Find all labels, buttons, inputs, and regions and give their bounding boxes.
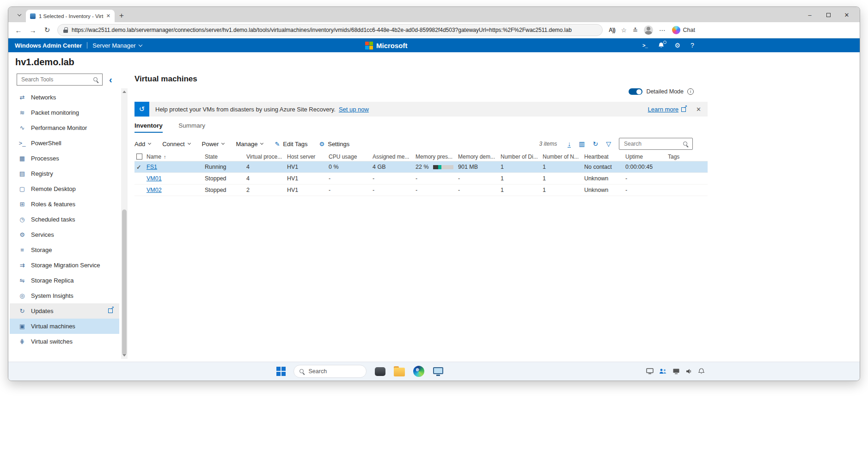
header-assigned-memory[interactable]: Assigned me... bbox=[373, 154, 416, 160]
address-bar[interactable] bbox=[57, 24, 603, 36]
learn-more-link[interactable]: Learn more bbox=[648, 106, 679, 113]
tools-search[interactable] bbox=[17, 74, 103, 86]
server-app-icon[interactable] bbox=[433, 366, 444, 377]
vm-name-link[interactable]: VM01 bbox=[147, 175, 162, 182]
table-row-vm01[interactable]: VM01 Stopped 4 HV1 - - - - 1 1 Unknown - bbox=[134, 173, 708, 185]
detailed-mode-toggle[interactable] bbox=[629, 88, 642, 95]
wac-app-title[interactable]: Windows Admin Center bbox=[15, 42, 82, 49]
tab-close-icon[interactable]: ✕ bbox=[106, 13, 110, 19]
header-state[interactable]: State bbox=[205, 154, 246, 160]
edge-icon[interactable] bbox=[413, 366, 425, 377]
cast-icon[interactable] bbox=[646, 368, 654, 375]
taskbar-search[interactable]: Search bbox=[293, 365, 367, 378]
tab-search-button[interactable] bbox=[14, 9, 25, 20]
sidebar-item-storage-replica[interactable]: ⇋Storage Replica bbox=[10, 273, 119, 288]
sidebar-scrollbar[interactable] bbox=[121, 88, 128, 359]
cell-memory-demand: - bbox=[458, 175, 501, 182]
setup-now-link[interactable]: Set up now bbox=[339, 106, 369, 113]
sidebar-item-processes[interactable]: ▦Processes bbox=[10, 151, 119, 166]
favorites-hub-icon[interactable]: ≛ bbox=[633, 26, 638, 34]
new-tab-button[interactable]: + bbox=[119, 12, 124, 19]
chat-button[interactable]: Chat bbox=[672, 26, 695, 34]
table-search[interactable] bbox=[619, 138, 693, 150]
sidebar-item-powershell[interactable]: >_PowerShell bbox=[10, 135, 119, 151]
manage-button[interactable]: Manage bbox=[236, 141, 263, 148]
tab-summary[interactable]: Summary bbox=[178, 122, 205, 132]
sidebar-item-storage-migration-service[interactable]: ⇉Storage Migration Service bbox=[10, 258, 119, 273]
columns-icon[interactable]: ▥ bbox=[579, 140, 585, 148]
info-icon[interactable]: i bbox=[687, 88, 694, 95]
maximize-button[interactable] bbox=[819, 9, 837, 21]
header-memory-demand[interactable]: Memory dem... bbox=[458, 154, 501, 160]
power-button[interactable]: Power bbox=[202, 141, 225, 148]
refresh-icon[interactable]: ↻ bbox=[593, 140, 598, 148]
vm-name-link[interactable]: VM02 bbox=[147, 187, 162, 193]
header-number-of-disks[interactable]: Number of Di... bbox=[501, 154, 543, 160]
select-all-checkbox[interactable] bbox=[136, 154, 142, 160]
header-memory-pressure[interactable]: Memory pres... bbox=[416, 154, 458, 160]
more-menu-icon[interactable]: ⋯ bbox=[659, 26, 666, 34]
forward-button[interactable]: → bbox=[27, 26, 39, 34]
sidebar-item-networks[interactable]: ⇄Networks bbox=[10, 90, 119, 105]
sidebar-item-updates[interactable]: ↻Updates↗ bbox=[10, 303, 119, 319]
sidebar-item-storage[interactable]: ≡Storage bbox=[10, 242, 119, 258]
sidebar-item-performance-monitor[interactable]: ∿Performance Monitor bbox=[10, 120, 119, 135]
connect-button[interactable]: Connect bbox=[162, 141, 190, 148]
bell-icon[interactable] bbox=[698, 368, 705, 375]
browser-tab[interactable]: 1 Selected - Inventory - Virtual m ✕ bbox=[26, 10, 115, 22]
vm-name-link[interactable]: FS1 bbox=[147, 164, 157, 170]
help-icon[interactable]: ? bbox=[691, 42, 694, 49]
powershell-console-icon[interactable]: >_ bbox=[642, 43, 648, 48]
sidebar-collapse-icon[interactable]: ‹ bbox=[109, 75, 112, 84]
tools-search-input[interactable] bbox=[20, 76, 93, 83]
favorite-star-icon[interactable]: ☆ bbox=[621, 26, 627, 34]
display-icon[interactable] bbox=[672, 368, 680, 375]
read-aloud-icon[interactable]: A)) bbox=[609, 27, 615, 33]
sidebar-item-system-insights[interactable]: ◎System Insights bbox=[10, 288, 119, 303]
sidebar-item-services[interactable]: ⚙Services bbox=[10, 227, 119, 242]
profile-avatar[interactable] bbox=[644, 25, 653, 35]
sidebar-item-registry[interactable]: ▤Registry bbox=[10, 166, 119, 181]
edit-tags-button[interactable]: ✎Edit Tags bbox=[275, 141, 307, 148]
settings-button[interactable]: ⚙Settings bbox=[319, 141, 350, 148]
sidebar-item-packet-monitoring[interactable]: ≋Packet monitoring bbox=[10, 105, 119, 120]
add-button[interactable]: Add bbox=[134, 141, 151, 148]
close-button[interactable]: ✕ bbox=[837, 9, 856, 21]
scroll-up-arrow[interactable] bbox=[122, 91, 126, 93]
url-input[interactable] bbox=[72, 27, 597, 33]
people-icon[interactable] bbox=[659, 368, 667, 375]
header-cpu-usage[interactable]: CPU usage bbox=[329, 154, 373, 160]
filter-icon[interactable]: ▽ bbox=[606, 140, 611, 148]
file-explorer-icon[interactable] bbox=[394, 366, 405, 377]
row-selected-check-icon[interactable]: ✓ bbox=[136, 164, 141, 171]
table-search-input[interactable] bbox=[623, 140, 683, 148]
scrollbar-thumb[interactable] bbox=[122, 209, 127, 355]
table-row-fs1[interactable]: ✓ FS1 Running 4 HV1 0 % 4 GB 22 % 901 MB… bbox=[134, 161, 708, 173]
server-manager-menu[interactable]: Server Manager bbox=[92, 42, 141, 49]
reload-button[interactable]: ↻ bbox=[41, 26, 53, 34]
banner-close-icon[interactable]: ✕ bbox=[696, 106, 701, 113]
header-virtual-processors[interactable]: Virtual proce... bbox=[246, 154, 287, 160]
sidebar-item-scheduled-tasks[interactable]: ◷Scheduled tasks bbox=[10, 212, 119, 227]
table-row-vm02[interactable]: VM02 Stopped 2 HV1 - - - - 1 1 Unknown - bbox=[134, 185, 708, 196]
tab-inventory[interactable]: Inventory bbox=[134, 122, 163, 133]
scroll-down-arrow[interactable] bbox=[122, 354, 126, 357]
back-button[interactable]: ← bbox=[12, 26, 24, 34]
header-uptime[interactable]: Uptime bbox=[625, 154, 668, 160]
sidebar-item-virtual-switches[interactable]: ⋕Virtual switches bbox=[10, 334, 119, 349]
taskbar-dark-app-icon[interactable] bbox=[374, 366, 386, 377]
volume-icon[interactable] bbox=[685, 368, 692, 375]
notifications-bell-icon[interactable] bbox=[658, 42, 665, 49]
start-button[interactable] bbox=[276, 367, 286, 376]
sidebar-item-remote-desktop[interactable]: ▢Remote Desktop bbox=[10, 181, 119, 197]
header-name[interactable]: Name↑ bbox=[147, 154, 205, 160]
header-heartbeat[interactable]: Heartbeat bbox=[584, 154, 625, 160]
minimize-button[interactable]: – bbox=[801, 9, 819, 21]
header-host-server[interactable]: Host server bbox=[287, 154, 329, 160]
settings-gear-icon[interactable]: ⚙ bbox=[675, 42, 681, 49]
sidebar-item-virtual-machines[interactable]: ▣Virtual machines bbox=[10, 319, 119, 334]
header-tags[interactable]: Tags bbox=[668, 154, 707, 160]
sidebar-item-roles-features[interactable]: ⊞Roles & features bbox=[10, 197, 119, 212]
header-number-of-nics[interactable]: Number of N... bbox=[543, 154, 584, 160]
download-icon[interactable]: ↓ bbox=[568, 140, 571, 148]
